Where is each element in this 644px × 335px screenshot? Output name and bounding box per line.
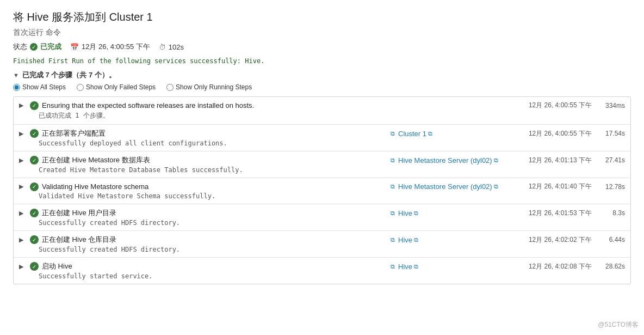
step-time: 12月 26, 4:01:40 下午 [510,182,592,191]
ext-icon: ⧉ [414,210,418,217]
step-time: 12月 26, 4:01:53 下午 [510,209,592,218]
clock-icon: ⏱ [159,43,166,51]
steps-table: ▶✓Ensuring that the expected software re… [13,96,631,284]
step-time: 12月 26, 4:02:08 下午 [510,262,592,271]
step-label: Validating Hive Metastore schema [42,182,384,191]
finished-message: Finished First Run of the following serv… [13,57,631,65]
table-row: ▶✓启动 Hive⧉Hive ⧉12月 26, 4:02:08 下午28.62s… [14,258,630,284]
step-target[interactable]: Hive Metastore Server (dyl02) ⧉ [398,156,507,165]
calendar-icon: 📅 [70,43,79,51]
steps-summary-text: 已完成 7 个步骤（共 7 个）。 [22,70,116,80]
step-target[interactable]: Hive ⧉ [398,236,507,244]
filter-failed-label: Show Only Failed Steps [86,83,156,91]
step-time: 12月 26, 4:00:55 下午 [510,129,592,138]
external-link-icon[interactable]: ⧉ [391,183,395,190]
chevron-icon: ▼ [13,72,19,78]
ext-icon: ⧉ [414,263,418,270]
status-value: 已完成 [40,42,61,52]
step-sub: Validated Hive Metastore Schema successf… [14,192,630,204]
step-sub: Successfully created HDFS directory. [14,246,630,257]
filter-running-option[interactable]: Show Only Running Steps [166,83,252,91]
table-row: ▶✓Ensuring that the expected software re… [14,97,630,125]
external-link-icon[interactable]: ⧉ [391,210,395,217]
step-sub: Successfully created HDFS directory. [14,219,630,230]
step-label: 启动 Hive [42,261,384,271]
ext-icon: ⧉ [428,130,432,137]
filter-all-radio[interactable] [13,84,20,91]
success-icon: ✓ [30,182,39,191]
step-label: Ensuring that the expected software rele… [42,101,395,109]
expand-icon[interactable]: ▶ [19,210,27,217]
external-link-icon[interactable]: ⧉ [391,157,395,164]
step-sub: Successfully started service. [14,272,630,284]
expand-icon[interactable]: ▶ [19,183,27,190]
step-duration: 28.62s [595,263,625,270]
table-row: ▶✓正在创建 Hive 仓库目录⧉Hive ⧉12月 26, 4:02:02 下… [14,231,630,258]
table-row: ▶✓正在创建 Hive 用户目录⧉Hive ⧉12月 26, 4:01:53 下… [14,204,630,231]
expand-icon[interactable]: ▶ [19,236,27,243]
filter-all-label: Show All Steps [22,83,66,91]
success-icon: ✓ [30,209,39,217]
steps-summary: ▼ 已完成 7 个步骤（共 7 个）。 [13,70,631,80]
step-sub: 已成功完成 1 个步骤。 [14,111,630,124]
external-link-icon[interactable]: ⧉ [391,236,395,243]
table-row: ▶✓Validating Hive Metastore schema⧉Hive … [14,178,630,204]
step-target[interactable]: Cluster 1 ⧉ [398,130,507,138]
step-label: 正在创建 Hive 用户目录 [42,208,384,218]
success-icon: ✓ [30,156,39,165]
external-link-icon[interactable]: ⧉ [391,130,395,137]
table-row: ▶✓正在创建 Hive Metastore 数据库表⧉Hive Metastor… [14,151,630,178]
step-duration: 6.44s [595,236,625,243]
step-label: 正在创建 Hive 仓库目录 [42,235,384,245]
expand-icon[interactable]: ▶ [19,263,27,270]
step-duration: 27.41s [595,156,625,164]
step-label: 正在部署客户端配置 [42,129,384,138]
page-title: 将 Hive 服务添加到 Cluster 1 [13,10,631,25]
success-icon: ✓ [30,129,39,138]
ext-icon: ⧉ [494,157,498,164]
step-sub: Created Hive Metastore Database Tables s… [14,166,630,178]
step-target[interactable]: Hive ⧉ [398,209,507,217]
sub-title: 首次运行 命令 [13,28,631,38]
filter-failed-option[interactable]: Show Only Failed Steps [77,83,156,91]
check-circle-icon: ✓ [30,43,38,51]
step-time: 12月 26, 4:02:02 下午 [510,235,592,245]
step-label: 正在创建 Hive Metastore 数据库表 [42,155,384,165]
step-target[interactable]: Hive ⧉ [398,263,507,271]
filter-running-label: Show Only Running Steps [176,83,252,91]
duration-item: ⏱ 102s [159,43,184,51]
step-duration: 17.54s [595,130,625,137]
status-label: 状态 [13,42,27,52]
duration-value: 102s [169,43,184,51]
expand-icon[interactable]: ▶ [19,102,27,109]
step-time: 12月 26, 4:01:13 下午 [510,156,592,165]
date-item: 📅 12月 26, 4:00:55 下午 [70,42,150,52]
expand-icon[interactable]: ▶ [19,157,27,164]
step-time: 12月 26, 4:00:55 下午 [510,101,592,110]
filter-running-radio[interactable] [166,84,174,91]
success-icon: ✓ [30,101,39,110]
ext-icon: ⧉ [414,236,418,243]
status-item: 状态 ✓ 已完成 [13,42,61,52]
filter-all-option[interactable]: Show All Steps [13,83,66,91]
success-icon: ✓ [30,262,39,271]
expand-icon[interactable]: ▶ [19,130,27,137]
success-icon: ✓ [30,235,39,244]
status-bar: 状态 ✓ 已完成 📅 12月 26, 4:00:55 下午 ⏱ 102s [13,42,631,52]
filter-bar: Show All Steps Show Only Failed Steps Sh… [13,83,631,91]
filter-failed-radio[interactable] [77,84,84,91]
ext-icon: ⧉ [494,183,498,190]
step-target[interactable]: Hive Metastore Server (dyl02) ⧉ [398,182,507,191]
step-duration: 334ms [595,102,625,109]
step-duration: 12.78s [595,183,625,191]
table-row: ▶✓正在部署客户端配置⧉Cluster 1 ⧉12月 26, 4:00:55 下… [14,125,630,151]
step-duration: 8.3s [595,209,625,217]
date-value: 12月 26, 4:00:55 下午 [82,42,150,52]
step-sub: Successfully deployed all client configu… [14,139,630,151]
external-link-icon[interactable]: ⧉ [391,263,395,270]
